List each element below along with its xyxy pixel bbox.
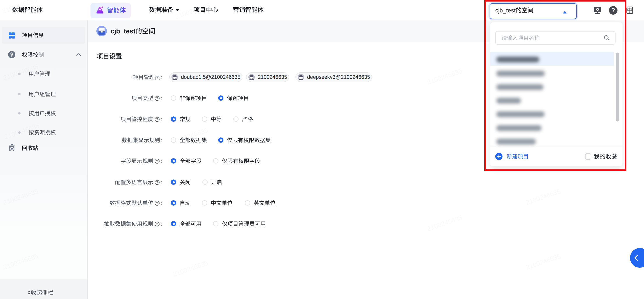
svg-text:?: ?: [156, 159, 158, 163]
svg-text:?: ?: [156, 96, 158, 100]
svg-text:?: ?: [156, 201, 158, 205]
svg-text:?: ?: [156, 118, 158, 121]
svg-text:?: ?: [156, 222, 158, 226]
svg-text:?: ?: [156, 181, 158, 184]
